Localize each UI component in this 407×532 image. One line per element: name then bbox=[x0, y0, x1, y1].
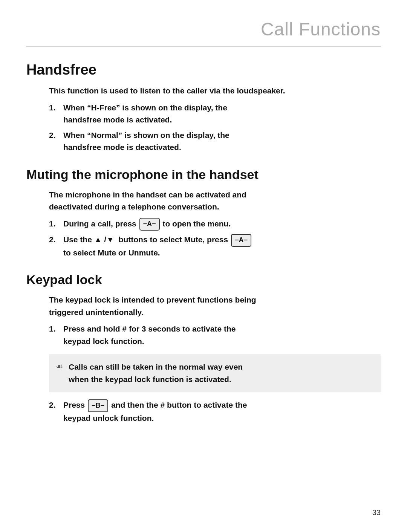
list-number: 1. bbox=[49, 323, 63, 335]
note-box: ☙ Calls can still be taken in the normal… bbox=[49, 354, 381, 392]
list-content: Press and hold # for 3 seconds to activa… bbox=[63, 323, 381, 347]
handsfree-content: This function is used to listen to the c… bbox=[26, 85, 381, 154]
list-content: Press −B− and then the # button to activ… bbox=[63, 399, 381, 424]
keypad-heading: Keypad lock bbox=[26, 272, 381, 287]
list-number: 1. bbox=[49, 102, 63, 114]
page-number: 33 bbox=[372, 508, 381, 517]
list-item: 1. Press and hold # for 3 seconds to act… bbox=[49, 323, 381, 347]
section-muting: Muting the microphone in the handset The… bbox=[26, 167, 381, 259]
list-number: 2. bbox=[49, 234, 63, 246]
keypad-body: The keypad lock is intended to prevent f… bbox=[49, 294, 381, 318]
keypad-content: The keypad lock is intended to prevent f… bbox=[26, 294, 381, 424]
page: Call Functions Handsfree This function i… bbox=[0, 0, 407, 532]
section-keypad: Keypad lock The keypad lock is intended … bbox=[26, 272, 381, 424]
page-title: Call Functions bbox=[261, 19, 381, 39]
note-icon: ☙ bbox=[56, 362, 63, 371]
list-item: 1. When “H-Free” is shown on the display… bbox=[49, 102, 381, 126]
list-content: During a call, press −A− to open the men… bbox=[63, 218, 381, 231]
list-number: 2. bbox=[49, 129, 63, 142]
list-item: 2. When “Normal” is shown on the display… bbox=[49, 129, 381, 154]
list-item: 1. During a call, press −A− to open the … bbox=[49, 218, 381, 231]
muting-body: The microphone in the handset can be act… bbox=[49, 189, 381, 213]
button-b-label: −B− bbox=[88, 399, 108, 412]
list-number: 2. bbox=[49, 399, 63, 411]
list-item: 2. Press −B− and then the # button to ac… bbox=[49, 399, 381, 424]
button-a-label-2: −A− bbox=[231, 234, 251, 247]
handsfree-heading: Handsfree bbox=[26, 62, 381, 78]
list-content: When “Normal” is shown on the display, t… bbox=[63, 129, 381, 154]
list-item: 2. Use the ▲ /▼ buttons to select Mute, … bbox=[49, 234, 381, 259]
button-a-label: −A− bbox=[139, 218, 160, 231]
note-text: Calls can still be taken in the normal w… bbox=[69, 361, 243, 385]
handsfree-body: This function is used to listen to the c… bbox=[49, 85, 381, 97]
muting-heading: Muting the microphone in the handset bbox=[26, 167, 381, 182]
section-handsfree: Handsfree This function is used to liste… bbox=[26, 62, 381, 154]
list-content: Use the ▲ /▼ buttons to select Mute, pre… bbox=[63, 234, 381, 259]
header: Call Functions bbox=[26, 0, 381, 47]
muting-content: The microphone in the handset can be act… bbox=[26, 189, 381, 259]
list-content: When “H-Free” is shown on the display, t… bbox=[63, 102, 381, 126]
list-number: 1. bbox=[49, 218, 63, 230]
